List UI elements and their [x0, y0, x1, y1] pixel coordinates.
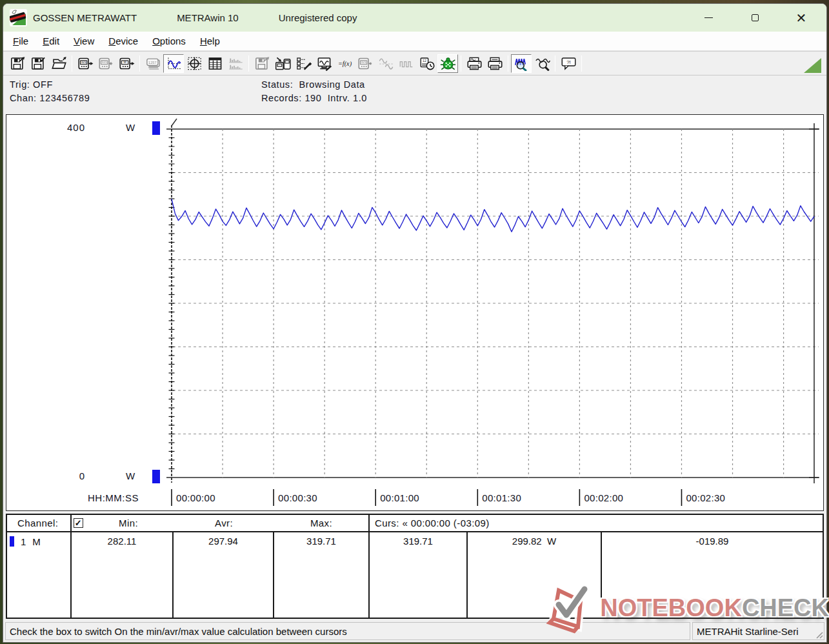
print-preview-button[interactable] [464, 54, 484, 73]
resize-grip[interactable] [814, 630, 823, 639]
monitor-setup-button[interactable] [314, 54, 334, 73]
toolbar: 321321M1257=f(x)32112?! [3, 51, 826, 75]
time-settings-button[interactable]: 12 [417, 54, 437, 73]
svg-text:321: 321 [101, 60, 107, 64]
toolbar-separator [555, 55, 555, 72]
cell-min: 282.11 [72, 532, 174, 618]
save-button[interactable] [28, 54, 48, 73]
channel-color-swatch [10, 536, 14, 547]
scope-view-button[interactable] [184, 54, 205, 73]
toolbar-separator [139, 55, 140, 72]
col-header-min: ✓ Min: [72, 515, 174, 532]
read-device-button[interactable]: 321 [75, 54, 95, 73]
table-view-icon [207, 56, 223, 71]
acquisition-status: Status: Browsing Data [261, 79, 365, 90]
device-display-button: 321 [355, 54, 375, 73]
app-window: GOSSEN METRAWATT METRAwin 10 Unregistere… [3, 3, 827, 643]
col-header-max: Max: [274, 515, 368, 532]
svg-text:321: 321 [81, 60, 86, 64]
analog-output-icon [378, 56, 394, 71]
channel-number: 1 [21, 536, 26, 547]
save-as-icon [10, 56, 26, 71]
cell-avr: 297.94 [174, 532, 274, 618]
x-axis-tick-label: 00:01:00 [380, 492, 419, 503]
toolbar-separator [461, 55, 461, 72]
x-axis-tick-label: 00:02:00 [584, 492, 623, 503]
toolbar-separator [508, 55, 508, 72]
menu-device[interactable]: Device [101, 33, 145, 49]
menu-edit[interactable]: Edit [35, 33, 66, 49]
scope-view-icon [186, 56, 203, 71]
read-memory-button[interactable]: M [116, 54, 137, 73]
read-device-stop-button: 321 [95, 54, 116, 73]
cell-cursor-delta: -019.89 [602, 532, 823, 618]
x-axis-tick-label: 00:00:00 [176, 492, 215, 503]
save-as-button[interactable] [7, 54, 28, 73]
cell-cursor-right: 299.82 W [468, 532, 602, 618]
menu-options[interactable]: Options [145, 33, 193, 49]
avr-label: Avr: [174, 518, 274, 528]
print-preview-icon [466, 56, 483, 71]
x-axis-tick-label: 00:01:30 [482, 492, 521, 503]
hint-button[interactable]: ?! [558, 54, 579, 73]
display-values-button: 1257 [143, 54, 163, 73]
title-bar[interactable]: GOSSEN METRAWATT METRAwin 10 Unregistere… [3, 4, 826, 32]
channel-setup-icon [295, 56, 312, 71]
demo-mode-button[interactable] [437, 54, 458, 73]
zoom-mode-icon [514, 56, 530, 71]
demo-mode-icon [440, 56, 456, 71]
zoom-mode-button[interactable] [511, 54, 532, 73]
formula-icon: =f(x) [337, 56, 353, 71]
svg-text:321: 321 [361, 60, 366, 64]
analog-output-button [375, 54, 396, 73]
window-title-brand: GOSSEN METRAWATT [33, 12, 137, 23]
store-to-device-button[interactable] [272, 54, 293, 73]
close-icon: ✕ [796, 12, 807, 25]
menu-help[interactable]: Help [193, 33, 227, 49]
channel-setup-button[interactable] [293, 54, 314, 73]
chart-panel[interactable]: 400 W 0 W HH:MM:SS 00:00:0000:00:3000:01… [6, 114, 824, 511]
y-axis-unit-top: W [126, 122, 135, 133]
svg-text:12: 12 [423, 59, 426, 63]
device-name: METRAHit Starline-Seri [697, 626, 799, 637]
channel-row-id[interactable]: 1 M [7, 532, 72, 618]
chart-view-button[interactable] [163, 54, 184, 73]
histogram-view-button [225, 54, 246, 73]
max-label: Max: [274, 518, 368, 528]
monitor-setup-icon [316, 56, 332, 71]
y-axis-min-label: 0 [52, 470, 85, 481]
table-view-button[interactable] [205, 54, 225, 73]
cursor-right-unit: W [547, 536, 556, 547]
toolbar-corner-grip[interactable] [804, 58, 821, 73]
formula-button[interactable]: =f(x) [334, 54, 355, 73]
channel-color-marker-bottom [152, 470, 160, 483]
x-axis-name: HH:MM:SS [88, 492, 139, 503]
menu-bar: FileEditViewDeviceOptionsHelp [3, 32, 826, 51]
chart-view-icon [166, 56, 182, 71]
hint-icon: ?! [561, 56, 577, 71]
status-bar: Check the box to switch On the min/avr/m… [3, 620, 826, 642]
pulse-output-icon [399, 56, 415, 71]
trigger-status: Trig: OFF [10, 79, 53, 90]
y-axis-max-label: 400 [52, 122, 85, 133]
col-header-channel: Channel: [7, 515, 72, 532]
svg-text:1257: 1257 [148, 60, 157, 64]
close-button[interactable]: ✕ [794, 11, 808, 25]
minimize-icon [704, 17, 713, 18]
svg-text:M: M [123, 60, 126, 64]
maximize-button[interactable] [748, 11, 762, 25]
print-button[interactable] [484, 54, 505, 73]
display-values-icon: 1257 [145, 56, 161, 71]
chart-plot[interactable] [6, 115, 824, 511]
open-icon [51, 56, 67, 71]
toolbar-separator [72, 55, 72, 72]
minimize-button[interactable] [701, 11, 715, 25]
open-button[interactable] [48, 54, 69, 73]
svg-text:=f(x): =f(x) [337, 60, 352, 68]
menu-view[interactable]: View [66, 33, 101, 49]
menu-file[interactable]: File [6, 33, 35, 49]
zoom-reset-button[interactable] [532, 54, 552, 73]
maximize-icon [752, 14, 759, 21]
toolbar-separator [581, 55, 582, 72]
minmax-checkbox[interactable]: ✓ [74, 518, 83, 528]
